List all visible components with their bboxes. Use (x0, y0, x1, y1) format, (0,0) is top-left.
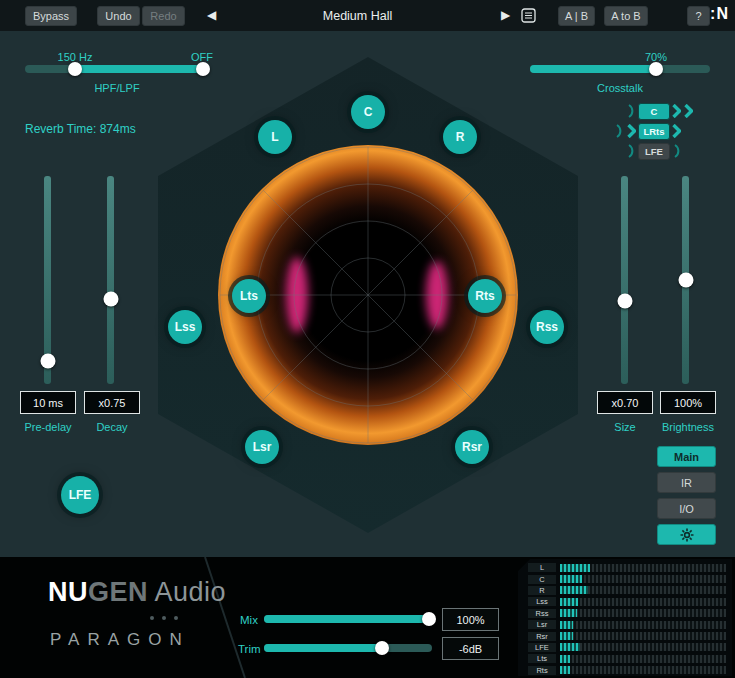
brightness-value-box[interactable]: 100% (660, 391, 716, 414)
output-meters-panel: L C R Lss Rss Lsr (518, 559, 732, 676)
mix-fill (264, 615, 432, 623)
meter-channel-label: C (528, 575, 556, 584)
size-label: Size (595, 421, 655, 433)
help-button[interactable]: ? (687, 6, 710, 26)
decay-value-box[interactable]: x0.75 (84, 391, 140, 414)
brightness-handle[interactable] (678, 273, 693, 288)
brand-logo: NUGEN Audio (48, 577, 226, 608)
meter-level (560, 598, 578, 606)
meter-track (560, 598, 726, 606)
a-to-b-button[interactable]: A to B (604, 6, 648, 26)
tab-main[interactable]: Main (657, 446, 716, 467)
routing-lrts-button[interactable]: LRts (638, 123, 670, 140)
trim-slider[interactable] (264, 644, 432, 652)
prev-preset-icon[interactable]: ◀ (207, 8, 216, 22)
meter-channel-label: LFE (528, 643, 556, 652)
reverb-time-readout: Reverb Time: 874ms (25, 122, 185, 136)
routing-row-lfe: LFE (598, 142, 710, 160)
meter-track (560, 609, 726, 617)
meter-track (560, 643, 726, 651)
mix-handle[interactable] (422, 612, 436, 626)
channel-node-rts[interactable]: Rts (468, 279, 502, 313)
trim-fill (264, 644, 382, 652)
meter-channel-label: R (528, 586, 556, 595)
channel-node-lfe[interactable]: LFE (61, 476, 99, 514)
routing-in-arc-icon[interactable] (626, 144, 636, 158)
meter-row: L (528, 562, 726, 573)
meter-level (560, 621, 573, 629)
meter-level (560, 586, 588, 594)
meter-channel-label: L (528, 563, 556, 572)
tab-io[interactable]: I/O (657, 498, 716, 519)
hpf-handle[interactable] (68, 62, 82, 76)
hpf-lpf-fill (75, 65, 203, 73)
meter-track (560, 575, 726, 583)
size-handle[interactable] (617, 293, 632, 308)
gear-icon (680, 528, 694, 542)
channel-node-c[interactable]: C (351, 95, 385, 129)
crosstalk-slider[interactable] (530, 65, 710, 73)
crosstalk-fill (530, 65, 656, 73)
crosstalk-label: Crosstalk (560, 82, 680, 94)
crosstalk-handle[interactable] (649, 62, 663, 76)
routing-out-chevron-icon[interactable] (672, 104, 681, 118)
routing-lfe-button[interactable]: LFE (638, 143, 670, 160)
channel-node-lts[interactable]: Lts (232, 279, 266, 313)
meter-channel-label: Lss (528, 597, 556, 606)
trim-value-box[interactable]: -6dB (442, 637, 499, 660)
trim-handle[interactable] (375, 641, 389, 655)
decay-handle[interactable] (103, 291, 118, 306)
routing-out-chevron-icon[interactable] (672, 124, 681, 138)
meter-row: Lsr (528, 619, 726, 630)
trim-label: Trim (238, 643, 261, 655)
meter-level (560, 643, 580, 651)
meter-channel-label: Lsr (528, 620, 556, 629)
predelay-handle[interactable] (40, 354, 55, 369)
predelay-value-box[interactable]: 10 ms (20, 391, 76, 414)
settings-button[interactable] (657, 524, 716, 545)
meter-channel-label: Lts (528, 654, 556, 663)
ab-compare-button[interactable]: A | B (558, 6, 595, 26)
lpf-handle[interactable] (196, 62, 210, 76)
undo-button[interactable]: Undo (97, 6, 140, 26)
meter-row: Lss (528, 596, 726, 607)
size-slider[interactable] (621, 176, 628, 384)
routing-row-c: C (598, 102, 710, 120)
meter-track (560, 586, 726, 594)
decay-slider[interactable] (107, 176, 114, 384)
routing-row-lrts: LRts (598, 122, 710, 140)
size-value-box[interactable]: x0.70 (597, 391, 653, 414)
meter-row: Rts (528, 665, 726, 676)
next-preset-icon[interactable]: ▶ (501, 8, 510, 22)
brand-nu: NU (48, 577, 88, 607)
routing-in-arc-icon[interactable] (626, 104, 636, 118)
preset-list-icon[interactable] (521, 8, 536, 23)
hpf-lpf-slider[interactable] (25, 65, 210, 73)
channel-node-l[interactable]: L (258, 120, 292, 154)
bypass-button[interactable]: Bypass (25, 6, 77, 26)
channel-node-rss[interactable]: Rss (530, 310, 564, 344)
meter-level (560, 564, 590, 572)
channel-node-rsr[interactable]: Rsr (455, 430, 489, 464)
routing-in-chevron-icon[interactable] (627, 124, 636, 138)
channel-node-lsr[interactable]: Lsr (245, 430, 279, 464)
redo-button[interactable]: Redo (142, 6, 185, 26)
brand-gen: GEN (88, 577, 148, 607)
meter-track (560, 621, 726, 629)
mix-value-box[interactable]: 100% (442, 608, 499, 631)
meter-level (560, 575, 582, 583)
brightness-slider[interactable] (682, 176, 689, 384)
predelay-label: Pre-delay (18, 421, 78, 433)
routing-c-button[interactable]: C (638, 103, 670, 120)
channel-node-r[interactable]: R (443, 120, 477, 154)
channel-node-lss[interactable]: Lss (168, 310, 202, 344)
mix-slider[interactable] (264, 615, 432, 623)
routing-in-arc-icon[interactable] (614, 124, 624, 138)
routing-out-chevron-icon[interactable] (684, 104, 693, 118)
predelay-slider[interactable] (44, 176, 51, 384)
meter-track (560, 666, 726, 674)
routing-out-arc-icon[interactable] (672, 144, 682, 158)
preset-name[interactable]: Medium Hall (240, 9, 475, 23)
tab-ir[interactable]: IR (657, 472, 716, 493)
meter-row: R (528, 585, 726, 596)
